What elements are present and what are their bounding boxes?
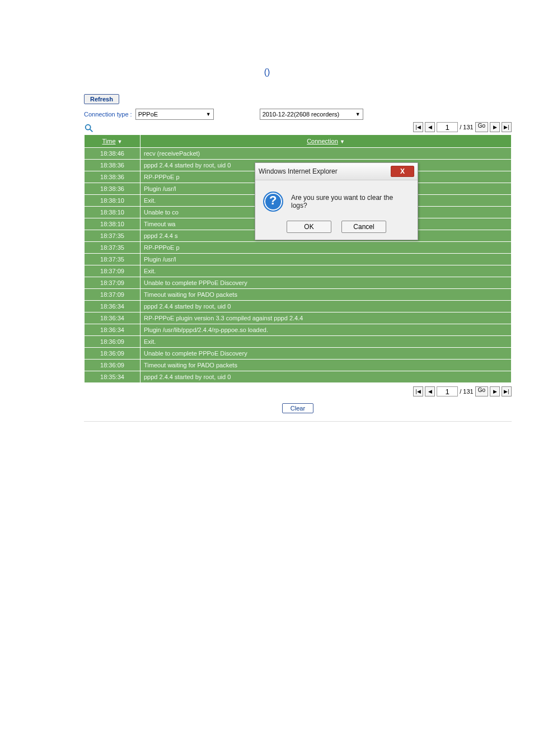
cancel-button[interactable]: Cancel (341, 221, 386, 233)
cell-connection: Unable to complete PPPoE Discovery (140, 348, 512, 360)
refresh-button[interactable]: Refresh (84, 94, 119, 104)
table-row: 18:37:09Exit. (85, 265, 512, 277)
cell-time: 18:38:36 (85, 160, 140, 171)
cell-connection: Plugin /usr/lib/pppd/2.4.4/rp-pppoe.so l… (140, 324, 512, 336)
go-button[interactable]: Go (475, 386, 488, 396)
cell-time: 18:36:34 (85, 312, 140, 324)
table-row: 18:36:34pppd 2.4.4 started by root, uid … (85, 301, 512, 312)
cell-time: 18:37:09 (85, 289, 140, 301)
cell-connection: Plugin /usr/l (140, 254, 512, 265)
cell-connection: recv (receivePacket) (140, 148, 512, 160)
svg-line-1 (90, 129, 93, 132)
connection-type-value: PPPoE (138, 111, 158, 118)
cell-time: 18:36:34 (85, 324, 140, 336)
dialog-title: Windows Internet Explorer (259, 167, 338, 175)
last-page-button[interactable]: ▶| (502, 122, 512, 132)
pager-top: |◀ ◀ / 131 Go ▶ ▶| (413, 122, 512, 132)
page-sep: / (460, 388, 461, 395)
chevron-down-icon: ▼ (206, 111, 211, 117)
cell-time: 18:37:35 (85, 254, 140, 265)
cell-time: 18:38:10 (85, 218, 140, 230)
cell-time: 18:37:09 (85, 265, 140, 277)
col-time-header[interactable]: Time ▼ (85, 135, 140, 148)
page-total: 131 (463, 388, 473, 395)
cell-time: 18:35:34 (85, 371, 140, 383)
cell-time: 18:36:09 (85, 360, 140, 371)
table-row: 18:37:09Timeout waiting for PADO packets (85, 289, 512, 301)
first-page-button[interactable]: |◀ (413, 386, 423, 396)
sort-desc-icon: ▼ (118, 139, 123, 144)
cell-time: 18:38:10 (85, 195, 140, 207)
separator (84, 421, 512, 422)
cell-time: 18:38:36 (85, 183, 140, 195)
table-row: 18:38:46recv (receivePacket) (85, 148, 512, 160)
table-row: 18:37:35RP-PPPoE p (85, 242, 512, 254)
cell-connection: pppd 2.4.4 started by root, uid 0 (140, 301, 512, 312)
first-page-button[interactable]: |◀ (413, 122, 423, 132)
connection-type-label: Connection type : (84, 111, 132, 118)
ok-button[interactable]: OK (287, 221, 331, 233)
table-row: 18:37:09Unable to complete PPPoE Discove… (85, 277, 512, 289)
cell-connection: Timeout waiting for PADO packets (140, 360, 512, 371)
cell-time: 18:38:10 (85, 207, 140, 218)
col-connection-header[interactable]: Connection ▼ (140, 135, 512, 148)
cell-connection: RP-PPPoE plugin version 3.3 compiled aga… (140, 312, 512, 324)
question-icon (263, 192, 283, 212)
prev-page-button[interactable]: ◀ (425, 122, 435, 132)
cell-connection: Unable to complete PPPoE Discovery (140, 277, 512, 289)
cell-time: 18:36:09 (85, 348, 140, 360)
table-row: 18:36:34Plugin /usr/lib/pppd/2.4.4/rp-pp… (85, 324, 512, 336)
dialog-message: Are you sure you want to clear the logs? (291, 194, 410, 209)
page-input[interactable] (437, 122, 458, 132)
connection-type-select[interactable]: PPPoE ▼ (135, 109, 214, 120)
next-page-button[interactable]: ▶ (490, 122, 500, 132)
date-file-select[interactable]: 2010-12-22(2608 recorders) ▼ (260, 109, 363, 120)
cell-connection: RP-PPPoE p (140, 242, 512, 254)
prev-page-button[interactable]: ◀ (425, 386, 435, 396)
decorative-parentheses: () (0, 67, 534, 77)
table-row: 18:36:09Exit. (85, 336, 512, 348)
confirm-dialog: Windows Internet Explorer X Are you sure… (255, 162, 418, 240)
close-icon[interactable]: X (391, 166, 414, 177)
last-page-button[interactable]: ▶| (502, 386, 512, 396)
svg-point-0 (86, 125, 91, 130)
clear-button[interactable]: Clear (282, 403, 313, 413)
table-row: 18:36:09Timeout waiting for PADO packets (85, 360, 512, 371)
table-row: 18:36:09Unable to complete PPPoE Discove… (85, 348, 512, 360)
page-input[interactable] (437, 386, 458, 396)
cell-time: 18:37:35 (85, 242, 140, 254)
page-sep: / (460, 124, 461, 130)
cell-time: 18:37:09 (85, 277, 140, 289)
next-page-button[interactable]: ▶ (490, 386, 500, 396)
cell-time: 18:38:36 (85, 171, 140, 183)
date-file-value: 2010-12-22(2608 recorders) (263, 111, 340, 118)
pager-bottom: |◀ ◀ / 131 Go ▶ ▶| (413, 386, 512, 396)
table-row: 18:37:35Plugin /usr/l (85, 254, 512, 265)
sort-desc-icon: ▼ (340, 139, 345, 144)
chevron-down-icon: ▼ (355, 111, 360, 117)
table-row: 18:35:34pppd 2.4.4 started by root, uid … (85, 371, 512, 383)
cell-connection: Exit. (140, 265, 512, 277)
search-icon[interactable] (84, 123, 94, 133)
cell-time: 18:37:35 (85, 230, 140, 242)
page-total: 131 (463, 124, 473, 130)
cell-time: 18:36:09 (85, 336, 140, 348)
cell-time: 18:36:34 (85, 301, 140, 312)
cell-connection: pppd 2.4.4 started by root, uid 0 (140, 371, 512, 383)
cell-connection: Timeout waiting for PADO packets (140, 289, 512, 301)
cell-time: 18:38:46 (85, 148, 140, 160)
cell-connection: Exit. (140, 336, 512, 348)
table-row: 18:36:34RP-PPPoE plugin version 3.3 comp… (85, 312, 512, 324)
go-button[interactable]: Go (475, 122, 488, 132)
